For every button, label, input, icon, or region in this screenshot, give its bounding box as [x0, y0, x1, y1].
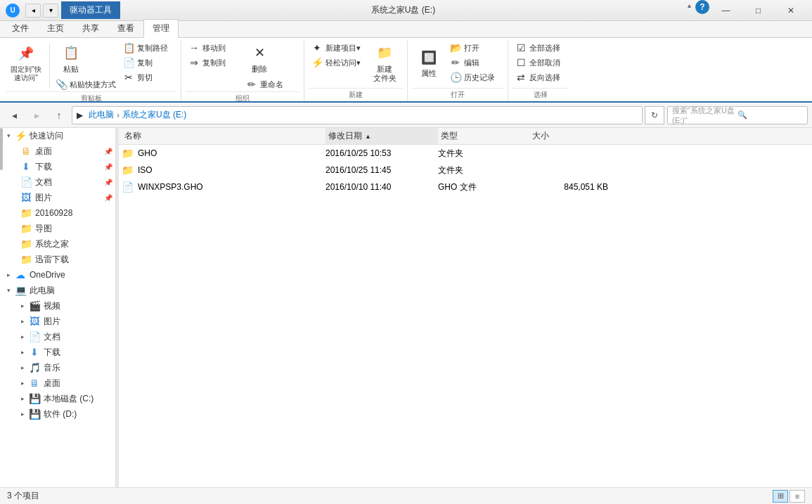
address-this-pc[interactable]: 此电脑	[89, 109, 114, 121]
back-button[interactable]: ◂	[4, 105, 24, 125]
documents-label: 文档	[35, 176, 52, 188]
sidebar-item-desktop[interactable]: 🖥 桌面 📌	[0, 143, 115, 159]
easy-access-icon: ⚡	[311, 57, 323, 68]
music-icon: 🎵	[28, 361, 41, 374]
forward-button[interactable]: ▸	[27, 105, 46, 125]
sidebar-item-downloads2[interactable]: ▸ ⬇ 下载	[0, 344, 115, 360]
new-item-button[interactable]: ✦ 新建项目▾	[309, 41, 365, 55]
tab-file[interactable]: 文件	[3, 19, 38, 37]
deselect-all-button[interactable]: ☐ 全部取消	[513, 56, 569, 70]
ribbon-group-open: 🔲 属性 📂 打开 ✏ 编辑 🕒 历史记录 打开	[409, 41, 508, 101]
sidebar-item-music[interactable]: ▸ 🎵 音乐	[0, 360, 115, 375]
select-all-icon: ☑	[515, 42, 527, 53]
open-button[interactable]: 📂 打开	[447, 41, 503, 55]
sidebar-item-xitongjia[interactable]: 📁 系统之家	[0, 236, 115, 252]
open-label: 打开	[412, 88, 503, 101]
col-header-name[interactable]: 名称	[122, 128, 326, 144]
ribbon-group-organize: → 移动到 ⇒ 复制到 ✕ 删除 ✏ 重命名 组织	[183, 41, 304, 101]
cut-button[interactable]: ✂ 剪切	[120, 70, 176, 84]
ribbon-collapse[interactable]: ▴	[683, 0, 695, 11]
sidebar-item-xunlei[interactable]: 📁 迅雷下载	[0, 252, 115, 267]
col-header-date[interactable]: 修改日期 ▲	[326, 128, 438, 144]
close-button[interactable]: ✕	[775, 0, 806, 21]
copy-to-button[interactable]: ⇒ 复制到	[186, 56, 242, 70]
documents-icon: 📄	[20, 176, 32, 188]
window-controls: ▴ ? — □ ✕	[683, 0, 806, 21]
sidebar-item-desktop2[interactable]: ▸ 🖥 桌面	[0, 375, 115, 391]
search-icon[interactable]: 🔍	[737, 110, 803, 119]
properties-button[interactable]: 🔲 属性	[412, 41, 446, 86]
new-folder-button[interactable]: 📁 新建文件夹	[366, 41, 403, 86]
list-view-button[interactable]: ≡	[790, 490, 805, 503]
copy-button[interactable]: 📄 复制	[120, 56, 176, 70]
search-bar[interactable]: 搜索"系统之家U盘 (E:)" 🔍	[667, 106, 808, 124]
easy-access-button[interactable]: ⚡ 轻松访问▾	[309, 56, 365, 70]
clipboard-content: 📌 固定到"快速访问" 📋 粘贴 📎 粘贴快捷方式 📋 复制路径	[6, 41, 176, 91]
paste-button[interactable]: 📋 粘贴	[53, 41, 89, 77]
sidebar-item-videos[interactable]: ▸ 🎬 视频	[0, 298, 115, 314]
rename-button[interactable]: ✏ 重命名	[243, 77, 299, 91]
sidebar-item-drive-d[interactable]: ▸ 💾 软件 (D:)	[0, 406, 115, 422]
sidebar-item-drive-c[interactable]: ▸ 💾 本地磁盘 (C:)	[0, 391, 115, 406]
move-copy-col: → 移动到 ⇒ 复制到	[186, 41, 242, 70]
address-start: ▶	[77, 110, 83, 120]
pin-quick-access-button[interactable]: 📌 固定到"快速访问"	[6, 41, 46, 86]
sidebar-item-20160928[interactable]: 📁 20160928	[0, 205, 115, 221]
tab-manage[interactable]: 管理	[143, 19, 179, 38]
paste-shortcut-icon: 📎	[56, 79, 67, 90]
invert-select-button[interactable]: ⇄ 反向选择	[513, 70, 569, 84]
col-header-size[interactable]: 大小	[529, 128, 614, 144]
sidebar-quick-access[interactable]: ▾ ⚡ 快速访问	[0, 128, 115, 143]
organize-content: → 移动到 ⇒ 复制到 ✕ 删除 ✏ 重命名	[186, 41, 299, 91]
pictures2-label: 图片	[44, 316, 60, 328]
new-items-col: ✦ 新建项目▾ ⚡ 轻松访问▾	[309, 41, 365, 70]
copy-icon: 📄	[123, 57, 134, 68]
file-list: 📁 GHO 2016/10/25 10:53 文件夹 📁 ISO 2016/10…	[119, 145, 812, 487]
back-arrow-title[interactable]: ◂	[25, 4, 41, 18]
help-button[interactable]: ?	[695, 0, 709, 14]
refresh-button[interactable]: ↻	[645, 106, 664, 124]
grid-view-button[interactable]: ⊞	[773, 490, 788, 503]
arrow-desktop2: ▸	[17, 380, 28, 387]
down-arrow-title[interactable]: ▾	[43, 4, 58, 18]
winxp-date: 2016/10/10 11:40	[326, 182, 438, 192]
app-icon: U	[6, 4, 20, 18]
sidebar-this-pc[interactable]: ▾ 💻 此电脑	[0, 283, 115, 298]
sidebar-item-documents2[interactable]: ▸ 📄 文档	[0, 329, 115, 344]
address-bar[interactable]: ▶ 此电脑 › 系统之家U盘 (E:)	[72, 106, 643, 124]
copy-path-button[interactable]: 📋 复制路径	[120, 41, 176, 55]
sidebar-onedrive[interactable]: ▸ ☁ OneDrive	[0, 267, 115, 283]
drive-d-icon: 💾	[28, 408, 41, 420]
up-button[interactable]: ↑	[49, 105, 69, 125]
maximize-button[interactable]: □	[742, 0, 774, 21]
tab-home[interactable]: 主页	[38, 19, 73, 37]
winxp-file-icon: 📄	[122, 181, 134, 193]
paste-shortcut-button[interactable]: 📎 粘贴快捷方式	[53, 77, 119, 91]
file-row-winxp[interactable]: 📄 WINXPSP3.GHO 2016/10/10 11:40 GHO 文件 8…	[119, 179, 812, 195]
move-to-button[interactable]: → 移动到	[186, 41, 242, 55]
file-row-iso[interactable]: 📁 ISO 2016/10/25 11:45 文件夹	[119, 162, 812, 179]
col-header-type[interactable]: 类型	[438, 128, 529, 144]
sidebar-item-daotu[interactable]: 📁 导图	[0, 221, 115, 236]
winxp-name: WINXPSP3.GHO	[138, 182, 203, 192]
winxp-size: 845,051 KB	[529, 182, 614, 192]
downloads2-icon: ⬇	[28, 346, 41, 358]
drive-c-icon: 💾	[28, 392, 41, 405]
sidebar-item-downloads[interactable]: ⬇ 下载 📌	[0, 159, 115, 174]
delete-button[interactable]: ✕ 删除	[243, 41, 276, 77]
edit-button[interactable]: ✏ 编辑	[447, 56, 503, 70]
sidebar-item-pictures2[interactable]: ▸ 🖼 图片	[0, 314, 115, 329]
file-row-gho[interactable]: 📁 GHO 2016/10/25 10:53 文件夹	[119, 145, 812, 162]
sidebar-item-pictures[interactable]: 🖼 图片 📌	[0, 190, 115, 205]
sidebar-item-documents[interactable]: 📄 文档 📌	[0, 174, 115, 190]
pin-indicator4: 📌	[104, 194, 112, 202]
xunlei-label: 迅雷下载	[35, 254, 69, 266]
winxp-type: GHO 文件	[438, 181, 529, 193]
history-button[interactable]: 🕒 历史记录	[447, 70, 503, 84]
tab-share[interactable]: 共享	[73, 19, 108, 37]
tab-view[interactable]: 查看	[108, 19, 143, 37]
address-drive-e[interactable]: 系统之家U盘 (E:)	[122, 109, 186, 121]
minimize-button[interactable]: —	[710, 0, 742, 21]
new-folder-icon: 📁	[375, 44, 394, 63]
select-all-button[interactable]: ☑ 全部选择	[513, 41, 569, 55]
